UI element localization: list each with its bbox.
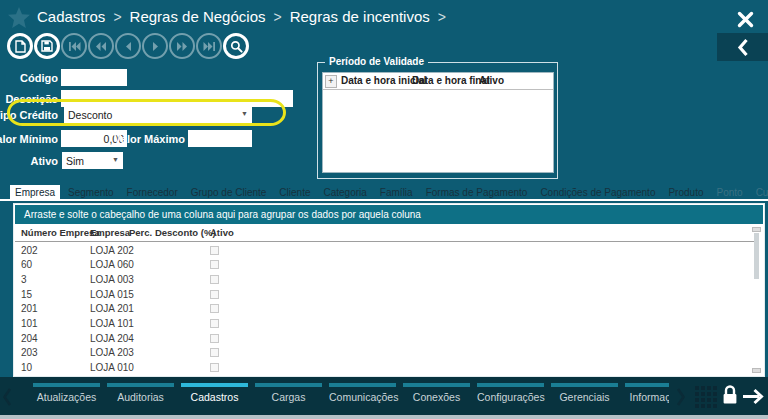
skip-last-icon (203, 42, 216, 51)
search-button[interactable] (223, 33, 249, 59)
tab[interactable]: Produto (663, 185, 708, 200)
ativo-checkbox[interactable] (210, 319, 219, 328)
tab[interactable]: Empresa (10, 185, 60, 200)
module-nav-item[interactable]: Auditorias (107, 383, 174, 415)
next-record-button[interactable] (142, 33, 168, 59)
grid-scrollbar[interactable] (754, 233, 759, 279)
module-nav-item[interactable]: Cargas (255, 383, 322, 415)
add-period-button[interactable]: + (325, 75, 337, 88)
table-row[interactable]: 10 LOJA 010 (15, 361, 754, 376)
ativo-checkbox[interactable] (210, 304, 219, 313)
double-arrow-left-icon (95, 42, 107, 51)
breadcrumb-separator: > (113, 9, 121, 25)
tab[interactable]: Categoria (319, 185, 372, 200)
cell-numero-empresa: 3 (21, 274, 27, 285)
ativo-checkbox[interactable] (210, 290, 219, 299)
codigo-field[interactable] (61, 69, 127, 86)
module-nav-label: Configurações (477, 391, 544, 403)
tab[interactable]: Fornecedor (122, 185, 183, 200)
favorite-star-icon[interactable] (8, 7, 30, 32)
ativo-checkbox[interactable] (210, 334, 219, 343)
tab[interactable]: Ponto (711, 185, 747, 200)
table-row[interactable]: 15 LOJA 015 (15, 287, 754, 302)
module-nav-item[interactable]: Conexões (403, 383, 470, 415)
record-toolbar (7, 33, 249, 59)
breadcrumb-item[interactable]: Regras de Negócios (130, 8, 266, 25)
cell-numero-empresa: 201 (21, 303, 38, 314)
new-record-button[interactable] (7, 33, 33, 59)
table-row[interactable]: 203 LOJA 203 (15, 346, 754, 361)
valor-minimo-label: Valor Mínimo (0, 133, 58, 145)
group-by-drop-area[interactable]: Arraste e solte o cabeçalho de uma colun… (15, 205, 763, 224)
module-nav-item[interactable]: Configurações (477, 383, 544, 415)
first-record-button[interactable] (61, 33, 87, 59)
breadcrumb-separator: > (273, 9, 281, 25)
descricao-field[interactable] (61, 90, 293, 107)
table-row[interactable]: 202 LOJA 202 (15, 243, 754, 258)
grid-options-bottom-button[interactable] (752, 368, 761, 373)
tab[interactable]: Segmento (63, 185, 119, 200)
arrow-right-icon[interactable] (741, 388, 764, 409)
column-header-numero-empresa[interactable]: Número Empresa (21, 227, 100, 238)
breadcrumb-item[interactable]: Cadastros (37, 8, 105, 25)
periodo-validade-groupbox: Período de Validade + Data e hora inicia… (317, 62, 558, 179)
column-header[interactable]: Ativo (479, 75, 504, 86)
tipo-credito-dropdown[interactable]: Desconto ▼ (64, 106, 252, 123)
column-header-ativo[interactable]: Ativo (210, 227, 234, 238)
table-row[interactable]: 101 LOJA 101 (15, 316, 754, 331)
nav-scroll-left-icon[interactable] (2, 387, 12, 411)
collapse-panel-button[interactable] (717, 33, 768, 61)
nav-scroll-right-icon[interactable] (676, 387, 686, 411)
grid-body: 202 LOJA 202 60 LOJA 060 3 LOJA 003 (15, 243, 754, 375)
cell-empresa: LOJA 204 (90, 333, 134, 344)
window-bottom-edge (0, 415, 768, 419)
search-icon (230, 40, 243, 53)
tab[interactable]: Cupom Promocional (751, 185, 768, 200)
rewind-button[interactable] (88, 33, 114, 59)
tab[interactable]: Grupo de Cliente (186, 185, 272, 200)
module-nav-item[interactable]: Atualizações (33, 383, 100, 415)
lock-icon[interactable] (720, 384, 740, 410)
breadcrumb-separator: > (438, 9, 446, 25)
nav-indicator (329, 383, 396, 387)
ativo-checkbox[interactable] (210, 348, 219, 357)
module-nav-item[interactable]: Comunicações (329, 383, 396, 415)
cell-numero-empresa: 15 (21, 289, 32, 300)
module-nav-label: Informações (625, 391, 669, 403)
cell-empresa: LOJA 010 (90, 362, 134, 373)
column-header-empresa[interactable]: Empresa (90, 227, 130, 238)
module-nav-item[interactable]: Gerenciais (551, 383, 618, 415)
column-header-perc-desconto[interactable]: Perc. Desconto (%) (129, 227, 216, 238)
save-button[interactable] (34, 33, 60, 59)
grid-options-button[interactable] (752, 227, 761, 232)
ativo-checkbox[interactable] (210, 260, 219, 269)
tab[interactable]: Cliente (274, 185, 315, 200)
table-row[interactable]: 3 LOJA 003 (15, 272, 754, 287)
breadcrumb-item[interactable]: Regras de incentivos (290, 8, 430, 25)
tab[interactable]: Formas de Pagamento (421, 185, 533, 200)
last-record-button[interactable] (196, 33, 222, 59)
table-row[interactable]: 204 LOJA 204 (15, 331, 754, 346)
tab[interactable]: Condições de Pagamento (535, 185, 660, 200)
table-row[interactable]: 60 LOJA 060 (15, 258, 754, 273)
previous-record-button[interactable] (115, 33, 141, 59)
table-row[interactable]: 201 LOJA 201 (15, 302, 754, 317)
ativo-checkbox[interactable] (210, 275, 219, 284)
nav-indicator (33, 383, 100, 387)
cell-numero-empresa: 204 (21, 333, 38, 344)
cell-numero-empresa: 101 (21, 318, 38, 329)
module-navigation-bar: Atualizações Auditorias Cadastros Cargas (0, 377, 768, 419)
periodo-table-header: + Data e hora inicial Data e hora final … (323, 73, 553, 90)
module-nav-item[interactable]: Cadastros (181, 383, 248, 415)
ativo-checkbox[interactable] (210, 363, 219, 372)
ativo-dropdown[interactable]: Sim ▼ (62, 152, 123, 169)
forward-button[interactable] (169, 33, 195, 59)
cell-empresa: LOJA 060 (90, 259, 134, 270)
close-icon[interactable] (734, 8, 756, 30)
valor-maximo-field[interactable] (188, 130, 252, 147)
ativo-checkbox[interactable] (210, 246, 219, 255)
nav-indicator (477, 383, 544, 387)
tab[interactable]: Família (375, 185, 418, 200)
app-launcher-icon[interactable] (695, 386, 717, 408)
module-nav-item[interactable]: Informações (625, 383, 669, 415)
